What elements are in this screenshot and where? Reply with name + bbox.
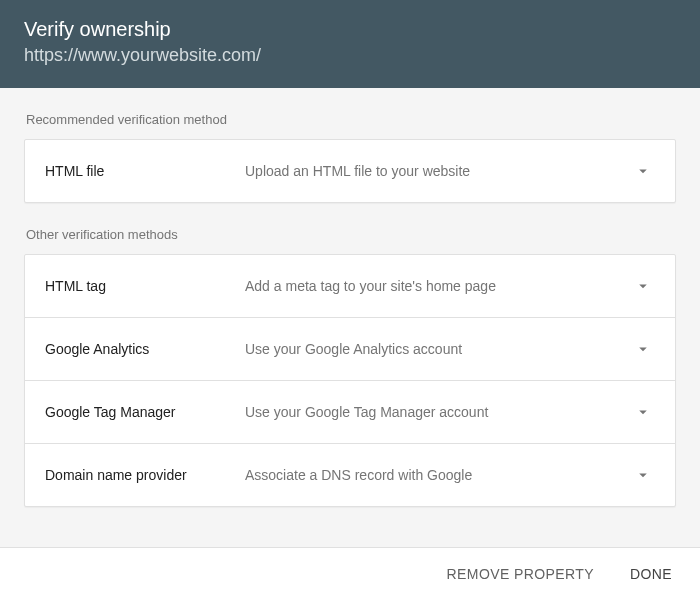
property-url: https://www.yourwebsite.com/ [24,45,676,66]
recommended-section-label: Recommended verification method [26,112,676,127]
method-html-tag[interactable]: HTML tag Add a meta tag to your site's h… [25,255,675,318]
method-title: Google Tag Manager [45,404,245,420]
other-section-label: Other verification methods [26,227,676,242]
method-google-analytics[interactable]: Google Analytics Use your Google Analyti… [25,318,675,381]
chevron-down-icon [631,466,655,484]
method-description: Upload an HTML file to your website [245,163,631,179]
dialog-header: Verify ownership https://www.yourwebsite… [0,0,700,88]
method-title: HTML file [45,163,245,179]
chevron-down-icon [631,340,655,358]
remove-property-button[interactable]: REMOVE PROPERTY [443,560,598,588]
other-methods-card: HTML tag Add a meta tag to your site's h… [24,254,676,507]
method-title: Domain name provider [45,467,245,483]
chevron-down-icon [631,403,655,421]
method-description: Use your Google Tag Manager account [245,404,631,420]
method-html-file[interactable]: HTML file Upload an HTML file to your we… [25,140,675,202]
chevron-down-icon [631,162,655,180]
method-description: Associate a DNS record with Google [245,467,631,483]
dialog-content: Recommended verification method HTML fil… [0,88,700,547]
method-title: Google Analytics [45,341,245,357]
chevron-down-icon [631,277,655,295]
method-description: Add a meta tag to your site's home page [245,278,631,294]
recommended-method-card: HTML file Upload an HTML file to your we… [24,139,676,203]
dialog-footer: REMOVE PROPERTY DONE [0,547,700,600]
dialog-title: Verify ownership [24,18,676,41]
method-description: Use your Google Analytics account [245,341,631,357]
method-title: HTML tag [45,278,245,294]
method-google-tag-manager[interactable]: Google Tag Manager Use your Google Tag M… [25,381,675,444]
done-button[interactable]: DONE [626,560,676,588]
method-domain-name-provider[interactable]: Domain name provider Associate a DNS rec… [25,444,675,506]
